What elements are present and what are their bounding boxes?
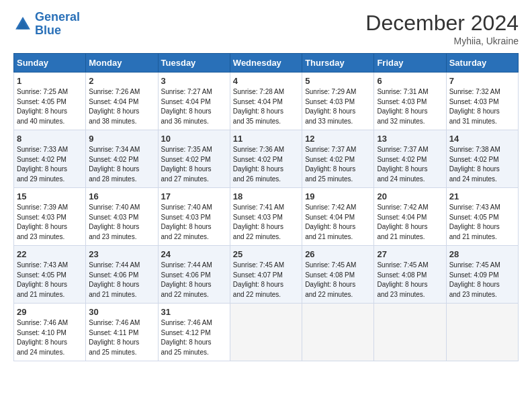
day-cell: 9Sunrise: 7:34 AM Sunset: 4:02 PM Daylig… (86, 130, 158, 188)
day-cell: 26Sunrise: 7:45 AM Sunset: 4:08 PM Dayli… (302, 246, 374, 304)
day-info: Sunrise: 7:46 AM Sunset: 4:11 PM Dayligh… (89, 318, 154, 357)
day-cell: 11Sunrise: 7:36 AM Sunset: 4:02 PM Dayli… (230, 130, 302, 188)
day-info: Sunrise: 7:45 AM Sunset: 4:08 PM Dayligh… (377, 261, 443, 300)
header-cell-saturday: Saturday (446, 54, 518, 73)
title-block: December 2024 Myhiia, Ukraine (365, 11, 519, 46)
day-cell: 29Sunrise: 7:46 AM Sunset: 4:10 PM Dayli… (14, 304, 86, 361)
day-cell: 31Sunrise: 7:46 AM Sunset: 4:12 PM Dayli… (158, 304, 230, 361)
logo-icon (13, 15, 32, 34)
day-cell: 17Sunrise: 7:40 AM Sunset: 4:03 PM Dayli… (158, 188, 230, 246)
week-row-0: 1Sunrise: 7:25 AM Sunset: 4:05 PM Daylig… (14, 73, 519, 130)
day-cell (302, 304, 374, 361)
day-info: Sunrise: 7:43 AM Sunset: 4:05 PM Dayligh… (449, 203, 515, 242)
day-cell: 8Sunrise: 7:33 AM Sunset: 4:02 PM Daylig… (14, 130, 86, 188)
day-number: 13 (377, 134, 443, 144)
day-number: 15 (17, 191, 83, 201)
header-cell-friday: Friday (374, 54, 446, 73)
day-info: Sunrise: 7:42 AM Sunset: 4:04 PM Dayligh… (377, 203, 443, 242)
day-cell: 15Sunrise: 7:39 AM Sunset: 4:03 PM Dayli… (14, 188, 86, 246)
header: GeneralBlue December 2024 Myhiia, Ukrain… (13, 11, 519, 46)
day-info: Sunrise: 7:35 AM Sunset: 4:02 PM Dayligh… (161, 145, 227, 184)
day-number: 18 (233, 191, 299, 201)
day-info: Sunrise: 7:37 AM Sunset: 4:02 PM Dayligh… (305, 145, 371, 184)
day-info: Sunrise: 7:32 AM Sunset: 4:03 PM Dayligh… (449, 87, 515, 126)
page: GeneralBlue December 2024 Myhiia, Ukrain… (0, 0, 532, 411)
day-number: 10 (161, 134, 227, 144)
day-number: 20 (377, 191, 443, 201)
day-cell: 22Sunrise: 7:43 AM Sunset: 4:05 PM Dayli… (14, 246, 86, 304)
day-cell: 21Sunrise: 7:43 AM Sunset: 4:05 PM Dayli… (446, 188, 518, 246)
day-cell: 14Sunrise: 7:38 AM Sunset: 4:02 PM Dayli… (446, 130, 518, 188)
day-number: 17 (161, 191, 227, 201)
day-number: 28 (449, 249, 515, 259)
day-number: 5 (305, 76, 371, 86)
header-cell-wednesday: Wednesday (230, 54, 302, 73)
day-info: Sunrise: 7:31 AM Sunset: 4:03 PM Dayligh… (377, 87, 443, 126)
day-info: Sunrise: 7:26 AM Sunset: 4:04 PM Dayligh… (89, 87, 154, 126)
day-info: Sunrise: 7:46 AM Sunset: 4:12 PM Dayligh… (161, 318, 227, 357)
day-info: Sunrise: 7:40 AM Sunset: 4:03 PM Dayligh… (89, 203, 154, 242)
day-info: Sunrise: 7:27 AM Sunset: 4:04 PM Dayligh… (161, 87, 227, 126)
day-number: 1 (17, 76, 83, 86)
day-number: 16 (89, 191, 154, 201)
day-number: 26 (305, 249, 371, 259)
day-cell: 27Sunrise: 7:45 AM Sunset: 4:08 PM Dayli… (374, 246, 446, 304)
day-info: Sunrise: 7:44 AM Sunset: 4:06 PM Dayligh… (161, 261, 227, 300)
day-cell: 1Sunrise: 7:25 AM Sunset: 4:05 PM Daylig… (14, 73, 86, 130)
header-row: SundayMondayTuesdayWednesdayThursdayFrid… (14, 54, 519, 73)
day-info: Sunrise: 7:39 AM Sunset: 4:03 PM Dayligh… (17, 203, 83, 242)
day-cell: 4Sunrise: 7:28 AM Sunset: 4:04 PM Daylig… (230, 73, 302, 130)
day-cell: 20Sunrise: 7:42 AM Sunset: 4:04 PM Dayli… (374, 188, 446, 246)
day-number: 22 (17, 249, 83, 259)
day-info: Sunrise: 7:45 AM Sunset: 4:09 PM Dayligh… (449, 261, 515, 300)
day-number: 27 (377, 249, 443, 259)
week-row-1: 8Sunrise: 7:33 AM Sunset: 4:02 PM Daylig… (14, 130, 519, 188)
day-number: 2 (89, 76, 154, 86)
header-cell-tuesday: Tuesday (158, 54, 230, 73)
day-cell: 18Sunrise: 7:41 AM Sunset: 4:03 PM Dayli… (230, 188, 302, 246)
day-info: Sunrise: 7:44 AM Sunset: 4:06 PM Dayligh… (89, 261, 154, 300)
week-row-3: 22Sunrise: 7:43 AM Sunset: 4:05 PM Dayli… (14, 246, 519, 304)
day-cell: 25Sunrise: 7:45 AM Sunset: 4:07 PM Dayli… (230, 246, 302, 304)
day-cell: 7Sunrise: 7:32 AM Sunset: 4:03 PM Daylig… (446, 73, 518, 130)
day-number: 30 (89, 307, 154, 317)
logo: GeneralBlue (13, 11, 80, 38)
month-title: December 2024 (365, 11, 519, 36)
day-number: 25 (233, 249, 299, 259)
day-cell (446, 304, 518, 361)
day-number: 31 (161, 307, 227, 317)
day-number: 11 (233, 134, 299, 144)
day-number: 9 (89, 134, 154, 144)
day-info: Sunrise: 7:45 AM Sunset: 4:08 PM Dayligh… (305, 261, 371, 300)
header-cell-monday: Monday (86, 54, 158, 73)
location: Myhiia, Ukraine (365, 36, 519, 46)
day-number: 19 (305, 191, 371, 201)
header-cell-sunday: Sunday (14, 54, 86, 73)
day-info: Sunrise: 7:25 AM Sunset: 4:05 PM Dayligh… (17, 87, 83, 126)
day-info: Sunrise: 7:36 AM Sunset: 4:02 PM Dayligh… (233, 145, 299, 184)
day-cell: 24Sunrise: 7:44 AM Sunset: 4:06 PM Dayli… (158, 246, 230, 304)
day-info: Sunrise: 7:43 AM Sunset: 4:05 PM Dayligh… (17, 261, 83, 300)
day-number: 4 (233, 76, 299, 86)
day-cell: 12Sunrise: 7:37 AM Sunset: 4:02 PM Dayli… (302, 130, 374, 188)
day-number: 14 (449, 134, 515, 144)
day-cell: 19Sunrise: 7:42 AM Sunset: 4:04 PM Dayli… (302, 188, 374, 246)
day-cell: 28Sunrise: 7:45 AM Sunset: 4:09 PM Dayli… (446, 246, 518, 304)
week-row-4: 29Sunrise: 7:46 AM Sunset: 4:10 PM Dayli… (14, 304, 519, 361)
header-cell-thursday: Thursday (302, 54, 374, 73)
day-cell (374, 304, 446, 361)
day-info: Sunrise: 7:46 AM Sunset: 4:10 PM Dayligh… (17, 318, 83, 357)
day-cell (230, 304, 302, 361)
day-number: 12 (305, 134, 371, 144)
day-number: 3 (161, 76, 227, 86)
day-number: 7 (449, 76, 515, 86)
logo-text: GeneralBlue (35, 11, 80, 38)
day-info: Sunrise: 7:42 AM Sunset: 4:04 PM Dayligh… (305, 203, 371, 242)
day-cell: 23Sunrise: 7:44 AM Sunset: 4:06 PM Dayli… (86, 246, 158, 304)
day-info: Sunrise: 7:33 AM Sunset: 4:02 PM Dayligh… (17, 145, 83, 184)
day-info: Sunrise: 7:41 AM Sunset: 4:03 PM Dayligh… (233, 203, 299, 242)
day-cell: 30Sunrise: 7:46 AM Sunset: 4:11 PM Dayli… (86, 304, 158, 361)
day-info: Sunrise: 7:37 AM Sunset: 4:02 PM Dayligh… (377, 145, 443, 184)
day-info: Sunrise: 7:29 AM Sunset: 4:03 PM Dayligh… (305, 87, 371, 126)
day-cell: 3Sunrise: 7:27 AM Sunset: 4:04 PM Daylig… (158, 73, 230, 130)
